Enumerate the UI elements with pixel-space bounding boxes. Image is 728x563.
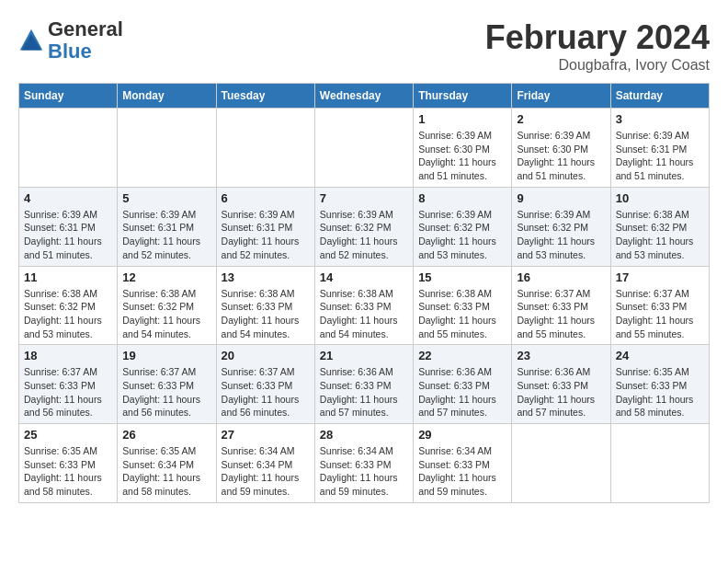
day-number: 20: [222, 349, 310, 362]
day-of-week-header: Thursday: [414, 84, 512, 109]
day-number: 26: [122, 428, 210, 442]
calendar-week-row: 25Sunrise: 6:35 AMSunset: 6:33 PMDayligh…: [19, 424, 710, 503]
calendar-cell: [314, 109, 413, 188]
day-number: 3: [616, 112, 704, 126]
calendar-cell: 5Sunrise: 6:39 AMSunset: 6:31 PMDaylight…: [118, 187, 216, 266]
day-info: Sunrise: 6:37 AMSunset: 6:33 PMDaylight:…: [122, 365, 210, 419]
calendar-cell: 13Sunrise: 6:38 AMSunset: 6:33 PMDayligh…: [216, 266, 314, 345]
day-info: Sunrise: 6:39 AMSunset: 6:32 PMDaylight:…: [517, 208, 605, 262]
calendar-cell: 18Sunrise: 6:37 AMSunset: 6:33 PMDayligh…: [19, 345, 118, 424]
day-info: Sunrise: 6:35 AMSunset: 6:34 PMDaylight:…: [122, 444, 210, 499]
day-info: Sunrise: 6:37 AMSunset: 6:33 PMDaylight:…: [616, 287, 704, 341]
calendar-cell: 27Sunrise: 6:34 AMSunset: 6:34 PMDayligh…: [216, 424, 314, 503]
calendar-cell: 4Sunrise: 6:39 AMSunset: 6:31 PMDaylight…: [19, 187, 118, 266]
day-number: 17: [616, 270, 704, 284]
day-info: Sunrise: 6:39 AMSunset: 6:32 PMDaylight:…: [418, 208, 506, 262]
calendar-cell: 24Sunrise: 6:35 AMSunset: 6:33 PMDayligh…: [610, 345, 709, 424]
calendar-cell: 10Sunrise: 6:38 AMSunset: 6:32 PMDayligh…: [610, 187, 709, 266]
day-number: 13: [222, 270, 310, 284]
calendar-cell: 14Sunrise: 6:38 AMSunset: 6:33 PMDayligh…: [314, 266, 413, 345]
day-info: Sunrise: 6:37 AMSunset: 6:33 PMDaylight:…: [517, 287, 605, 341]
calendar-cell: [216, 109, 314, 188]
day-info: Sunrise: 6:39 AMSunset: 6:31 PMDaylight:…: [616, 129, 704, 183]
calendar-cell: [610, 424, 709, 503]
calendar-cell: 12Sunrise: 6:38 AMSunset: 6:32 PMDayligh…: [118, 266, 216, 345]
day-number: 19: [122, 349, 210, 362]
day-number: 21: [320, 349, 408, 362]
day-of-week-header: Sunday: [19, 84, 118, 109]
calendar-week-row: 11Sunrise: 6:38 AMSunset: 6:32 PMDayligh…: [19, 266, 710, 345]
day-info: Sunrise: 6:39 AMSunset: 6:31 PMDaylight:…: [122, 208, 210, 262]
calendar-cell: 6Sunrise: 6:39 AMSunset: 6:31 PMDaylight…: [216, 187, 314, 266]
calendar-table: SundayMondayTuesdayWednesdayThursdayFrid…: [18, 83, 710, 503]
day-info: Sunrise: 6:39 AMSunset: 6:32 PMDaylight:…: [320, 208, 408, 262]
day-info: Sunrise: 6:39 AMSunset: 6:31 PMDaylight:…: [222, 208, 310, 262]
calendar-cell: [512, 424, 610, 503]
day-number: 9: [517, 191, 605, 205]
day-info: Sunrise: 6:39 AMSunset: 6:30 PMDaylight:…: [517, 129, 605, 183]
location: Dougbafra, Ivory Coast: [485, 57, 710, 74]
day-info: Sunrise: 6:36 AMSunset: 6:33 PMDaylight:…: [320, 365, 408, 419]
calendar-cell: 19Sunrise: 6:37 AMSunset: 6:33 PMDayligh…: [118, 345, 216, 424]
day-info: Sunrise: 6:39 AMSunset: 6:31 PMDaylight:…: [24, 208, 112, 262]
calendar-cell: [19, 109, 118, 188]
day-number: 27: [222, 428, 310, 442]
day-number: 23: [517, 349, 605, 362]
calendar-cell: 26Sunrise: 6:35 AMSunset: 6:34 PMDayligh…: [118, 424, 216, 503]
calendar-week-row: 1Sunrise: 6:39 AMSunset: 6:30 PMDaylight…: [19, 109, 710, 188]
day-number: 14: [320, 270, 408, 284]
day-number: 10: [616, 191, 704, 205]
calendar-cell: 21Sunrise: 6:36 AMSunset: 6:33 PMDayligh…: [314, 345, 413, 424]
day-info: Sunrise: 6:37 AMSunset: 6:33 PMDaylight:…: [24, 365, 112, 419]
day-info: Sunrise: 6:38 AMSunset: 6:32 PMDaylight:…: [616, 208, 704, 262]
month-year: February 2024: [485, 18, 710, 57]
logo-text: General Blue: [48, 18, 123, 63]
calendar-cell: 2Sunrise: 6:39 AMSunset: 6:30 PMDaylight…: [512, 109, 610, 188]
calendar-header-row: SundayMondayTuesdayWednesdayThursdayFrid…: [19, 84, 710, 109]
day-number: 18: [24, 349, 112, 362]
day-number: 24: [616, 349, 704, 362]
title-block: February 2024 Dougbafra, Ivory Coast: [485, 18, 710, 74]
day-of-week-header: Wednesday: [314, 84, 413, 109]
logo-blue: Blue: [48, 40, 92, 63]
day-info: Sunrise: 6:34 AMSunset: 6:34 PMDaylight:…: [222, 444, 310, 499]
day-number: 2: [517, 112, 605, 126]
day-number: 29: [418, 428, 506, 442]
calendar-cell: 3Sunrise: 6:39 AMSunset: 6:31 PMDaylight…: [610, 109, 709, 188]
day-info: Sunrise: 6:36 AMSunset: 6:33 PMDaylight:…: [418, 365, 506, 419]
calendar-cell: 20Sunrise: 6:37 AMSunset: 6:33 PMDayligh…: [216, 345, 314, 424]
logo-general: General: [48, 17, 123, 40]
calendar-cell: 17Sunrise: 6:37 AMSunset: 6:33 PMDayligh…: [610, 266, 709, 345]
logo-icon: [18, 28, 44, 53]
calendar-week-row: 4Sunrise: 6:39 AMSunset: 6:31 PMDaylight…: [19, 187, 710, 266]
logo: General Blue: [18, 18, 123, 63]
day-number: 7: [320, 191, 408, 205]
calendar-cell: 7Sunrise: 6:39 AMSunset: 6:32 PMDaylight…: [314, 187, 413, 266]
day-info: Sunrise: 6:34 AMSunset: 6:33 PMDaylight:…: [418, 444, 506, 499]
day-number: 4: [24, 191, 112, 205]
day-of-week-header: Friday: [512, 84, 610, 109]
day-info: Sunrise: 6:38 AMSunset: 6:32 PMDaylight:…: [122, 287, 210, 341]
day-number: 1: [418, 112, 506, 126]
calendar-cell: 23Sunrise: 6:36 AMSunset: 6:33 PMDayligh…: [512, 345, 610, 424]
day-number: 12: [122, 270, 210, 284]
day-info: Sunrise: 6:35 AMSunset: 6:33 PMDaylight:…: [24, 444, 112, 499]
day-number: 6: [222, 191, 310, 205]
day-info: Sunrise: 6:36 AMSunset: 6:33 PMDaylight:…: [517, 365, 605, 419]
calendar-cell: [118, 109, 216, 188]
calendar-cell: 22Sunrise: 6:36 AMSunset: 6:33 PMDayligh…: [414, 345, 512, 424]
day-of-week-header: Monday: [118, 84, 216, 109]
day-number: 16: [517, 270, 605, 284]
day-of-week-header: Tuesday: [216, 84, 314, 109]
day-number: 5: [122, 191, 210, 205]
day-info: Sunrise: 6:35 AMSunset: 6:33 PMDaylight:…: [616, 365, 704, 419]
day-of-week-header: Saturday: [610, 84, 709, 109]
day-number: 15: [418, 270, 506, 284]
calendar-cell: 25Sunrise: 6:35 AMSunset: 6:33 PMDayligh…: [19, 424, 118, 503]
calendar-cell: 9Sunrise: 6:39 AMSunset: 6:32 PMDaylight…: [512, 187, 610, 266]
day-info: Sunrise: 6:38 AMSunset: 6:33 PMDaylight:…: [222, 287, 310, 341]
calendar-cell: 28Sunrise: 6:34 AMSunset: 6:33 PMDayligh…: [314, 424, 413, 503]
calendar-cell: 16Sunrise: 6:37 AMSunset: 6:33 PMDayligh…: [512, 266, 610, 345]
day-number: 11: [24, 270, 112, 284]
page-header: General Blue February 2024 Dougbafra, Iv…: [18, 18, 710, 74]
